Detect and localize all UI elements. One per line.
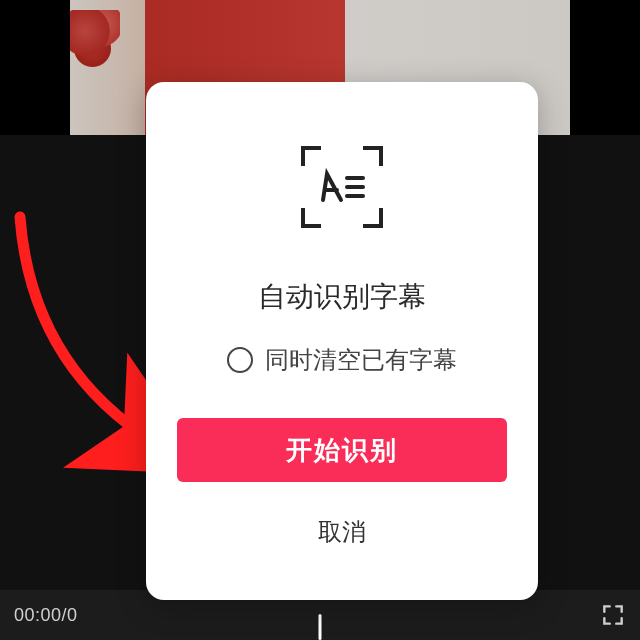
subtitle-scan-icon [297,142,387,232]
start-recognition-button[interactable]: 开始识别 [177,418,507,482]
dialog-title: 自动识别字幕 [258,278,426,316]
option-label: 同时清空已有字幕 [265,344,457,376]
auto-subtitle-dialog: 自动识别字幕 同时清空已有字幕 开始识别 取消 [146,82,538,600]
clear-existing-option[interactable]: 同时清空已有字幕 [227,344,457,376]
playback-time: 00:00/0 [14,605,78,626]
fullscreen-icon[interactable] [600,602,626,628]
cancel-button[interactable]: 取消 [298,508,386,556]
radio-unchecked-icon [227,347,253,373]
timeline-playhead [319,614,322,640]
